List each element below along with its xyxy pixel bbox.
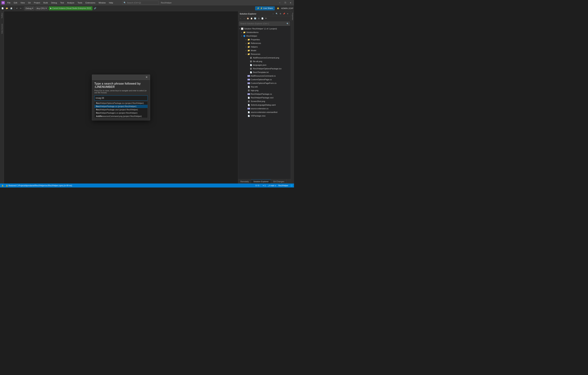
menu-item-edit[interactable]: Edit [12, 1, 19, 4]
search-box[interactable]: 🔍 Search (Ctrl+Q) [122, 1, 159, 5]
dialog-close-button[interactable]: ✕ [145, 75, 148, 79]
bottom-tab-solution-explorer[interactable]: Solution Explorer [251, 179, 271, 183]
sol-tb-collapse[interactable]: ⊟ [257, 17, 260, 20]
result-item-r2[interactable]: ResXHelperPackage.cs (project ResXHelper… [94, 105, 147, 108]
notifications-btn[interactable]: 🔔 [276, 6, 280, 10]
sol-tb-home[interactable]: 🏠 [246, 17, 250, 20]
tree-item[interactable]: 📄ResXHelperPackage.vsct [238, 96, 291, 100]
menu-item-extensions[interactable]: Extensions [84, 1, 97, 4]
tree-node-label: ResXHelperPackage.vsct [251, 97, 273, 99]
menu-item-build[interactable]: Build [42, 1, 49, 4]
restore-button[interactable]: ❐ [283, 1, 287, 5]
data-sources-strip-item[interactable]: Data Sources [1, 23, 3, 34]
tree-node-icon: 🖼 [247, 89, 250, 92]
tree-item[interactable]: ▸📁SolutionItems [238, 30, 291, 34]
menu-item-git[interactable]: Git [27, 1, 32, 4]
search-input[interactable] [94, 95, 148, 101]
tree-item[interactable]: 🖼ScreenShot.png [238, 100, 291, 103]
line-col[interactable]: 0 / 0 ↑ [255, 185, 260, 187]
tree-item[interactable]: ▾⬜Solution 'ResXHelper' (1 of 1 project) [238, 27, 291, 30]
tree-node-label: Key.snk [251, 86, 258, 88]
tree-item[interactable]: 📄Key.snk [238, 85, 291, 89]
solution-search-input[interactable] [240, 22, 286, 25]
live-share-button[interactable]: ⚡ ⚡ Live Share [255, 6, 275, 10]
sol-tb-show-all[interactable]: 📋 [250, 17, 253, 20]
tree-item[interactable]: 🖼ResXHelperOptionsPackage.ico [238, 67, 291, 71]
tree-item[interactable]: 📄languages.json [238, 63, 291, 67]
result-item-r1[interactable]: ResXHelperOptionsPackage.ico (project Re… [94, 101, 147, 105]
tree-item[interactable]: ▸📁References [238, 41, 291, 45]
tree-node-icon: 📄 [247, 111, 250, 114]
menu-item-view[interactable]: View [19, 1, 26, 4]
tree-item[interactable]: C#CustomOptionsPage.cs [238, 78, 291, 81]
menu-item-tools[interactable]: Tools [76, 1, 84, 4]
properties-strip-item[interactable]: Properties [291, 12, 294, 21]
sol-pin-btn[interactable]: 📌 [282, 12, 286, 15]
debug-mode-dropdown[interactable]: Debug ▾ [24, 6, 34, 10]
toolbar-undo-btn[interactable]: ↩ [15, 6, 18, 10]
tree-item[interactable]: 🖼AddResourcesCommand.png [238, 56, 291, 60]
project-name[interactable]: ResXHelper [278, 185, 288, 187]
menu-item-test[interactable]: Test [59, 1, 65, 4]
tree-item[interactable]: 🖼logo.png [238, 89, 291, 92]
status-left: 🔒 🔒 Restored C:\Projects\bjorndaniel\Res… [1, 185, 73, 187]
tree-item[interactable]: 📄SelectLanguageDialog.xaml [238, 103, 291, 107]
tree-expand-icon: ▸ [245, 42, 247, 44]
tree-item[interactable]: 📄source.extension.vsixmanifest [238, 110, 291, 114]
sol-close-btn[interactable]: ✕ [286, 12, 289, 15]
tree-item[interactable]: C#ResXHelperPackage.cs [238, 92, 291, 96]
result-item-r4[interactable]: ResXHelperPackage1.cs (project ResXHelpe… [94, 111, 147, 114]
git-branch[interactable]: ⎇ main ∨ [268, 185, 276, 187]
sol-settings-btn[interactable]: ⚙ [279, 12, 282, 15]
platform-dropdown[interactable]: Any CPU ▾ [35, 6, 48, 10]
tree-item[interactable]: C#CustomOptionsPageForm.cs [238, 81, 291, 85]
tree-item[interactable]: ▾🔷ResXHelper [238, 34, 291, 38]
sol-tb-back[interactable]: ← [239, 17, 242, 20]
toolbar-attach-btn[interactable]: 🔗 [93, 6, 97, 10]
dialog-title: Type a search phrase followed by :LINENU… [94, 82, 148, 89]
solution-explorer-search[interactable]: 🔍 [239, 21, 290, 26]
toolbar-save-btn[interactable]: 💾 [10, 6, 13, 10]
tree-node-label: SelectLanguageDialog.xaml [251, 104, 276, 106]
sol-sync-btn[interactable]: ↕ [272, 12, 275, 15]
tree-item[interactable]: 📄VSPackage.resx [238, 114, 291, 118]
tree-item[interactable]: 🖼file-alt.png [238, 60, 291, 63]
sol-tb-properties[interactable]: 📄 [261, 17, 264, 20]
menu-item-debug[interactable]: Debug [50, 1, 58, 4]
menu-item-window[interactable]: Window [97, 1, 107, 4]
toolbar-redo-btn[interactable]: ↪ [19, 6, 22, 10]
menu-item-file[interactable]: File [6, 1, 12, 4]
solution-explorer-panel: Solution Explorer ↕ 🔍 ⚙ 📌 ✕ ← → 🏠 📋 🔄 ⊟ … [238, 11, 291, 183]
solution-explorer-toolbar: ← → 🏠 📋 🔄 ⊟ 📄 👁 [238, 16, 291, 21]
menu-item-analyze[interactable]: Analyze [66, 1, 76, 4]
tree-item[interactable]: C#AddResourcesCommand.cs [238, 74, 291, 78]
toolbar-open-btn[interactable]: 📂 [5, 6, 9, 10]
search-results: ResXHelperOptionsPackage.ico (project Re… [94, 101, 148, 118]
sol-tb-forward[interactable]: → [242, 17, 246, 20]
tree-node-icon: 📄 [247, 103, 250, 106]
toolbox-strip-item[interactable]: Toolbox [1, 12, 3, 19]
menu-bar: FileEditViewGitProjectBuildDebugTestAnal… [6, 1, 115, 4]
solution-tree: ▾⬜Solution 'ResXHelper' (1 of 1 project)… [238, 27, 291, 179]
sol-tb-refresh[interactable]: 🔄 [253, 17, 257, 20]
bottom-tab-git-changes[interactable]: Git Changes [271, 179, 286, 183]
toolbar-new-btn[interactable]: 📄 [1, 6, 4, 10]
tree-item[interactable]: ▸📁Model [238, 49, 291, 52]
tree-item[interactable]: ▸📁Helpers [238, 45, 291, 49]
tree-item[interactable]: ▸📁Properties [238, 38, 291, 41]
tree-node-icon: 🔷 [243, 34, 246, 37]
result-item-r5[interactable]: AddResourcesCommand.png (project ResXHel… [94, 114, 147, 118]
close-button[interactable]: ✕ [289, 1, 293, 5]
tree-item[interactable]: ▾📁Resources [238, 52, 291, 56]
bottom-tab-remotely[interactable]: Remotely [238, 179, 251, 183]
menu-item-help[interactable]: Help [108, 1, 115, 4]
tree-item[interactable]: 📄ResXTemplate.txt [238, 71, 291, 74]
tree-node-icon: 🖼 [250, 60, 252, 63]
menu-item-project[interactable]: Project [32, 1, 42, 4]
sol-tb-view[interactable]: 👁 [264, 17, 268, 20]
result-item-r3[interactable]: ResXHelperPackage.vsct (project ResXHelp… [94, 108, 147, 111]
sol-filter-btn[interactable]: 🔍 [275, 12, 278, 15]
minimize-button[interactable]: ─ [278, 1, 282, 5]
tree-item[interactable]: C#source.extension.cs [238, 107, 291, 110]
run-button[interactable]: ▶ Current Instance |Visual Studio Enterp… [49, 6, 93, 10]
